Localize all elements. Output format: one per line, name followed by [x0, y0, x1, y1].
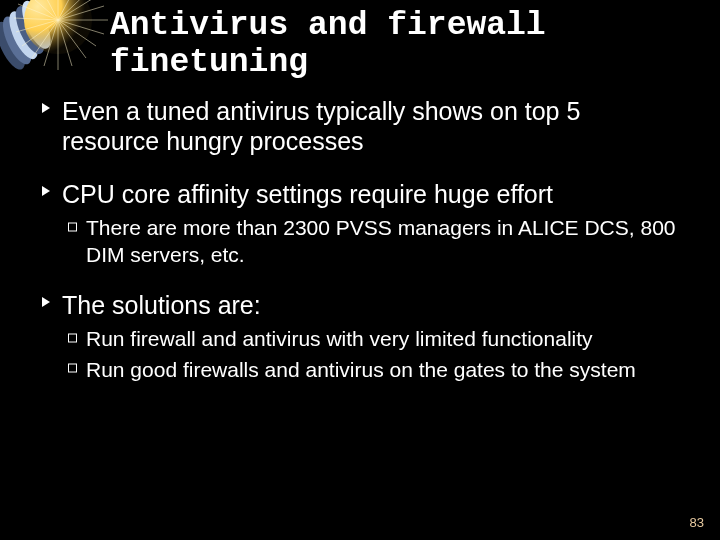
sub-bullet-item: Run firewall and antivirus with very lim…	[62, 326, 680, 352]
sub-bullet-list: There are more than 2300 PVSS managers i…	[62, 215, 680, 268]
bullet-text: CPU core affinity settings require huge …	[62, 180, 553, 208]
slide-title: Antivirus and firewall finetuning	[0, 0, 720, 82]
bullet-text: Even a tuned antivirus typically shows o…	[62, 97, 580, 156]
page-number: 83	[690, 515, 704, 530]
bullet-item: Even a tuned antivirus typically shows o…	[36, 96, 680, 157]
sub-bullet-list: Run firewall and antivirus with very lim…	[62, 326, 680, 383]
sub-bullet-item: There are more than 2300 PVSS managers i…	[62, 215, 680, 268]
slide-body: Even a tuned antivirus typically shows o…	[0, 82, 720, 383]
bullet-text: The solutions are:	[62, 291, 261, 319]
bullet-item: CPU core affinity settings require huge …	[36, 179, 680, 268]
bullet-item: The solutions are: Run firewall and anti…	[36, 290, 680, 383]
sub-bullet-item: Run good firewalls and antivirus on the …	[62, 357, 680, 383]
bullet-list: Even a tuned antivirus typically shows o…	[36, 96, 680, 383]
